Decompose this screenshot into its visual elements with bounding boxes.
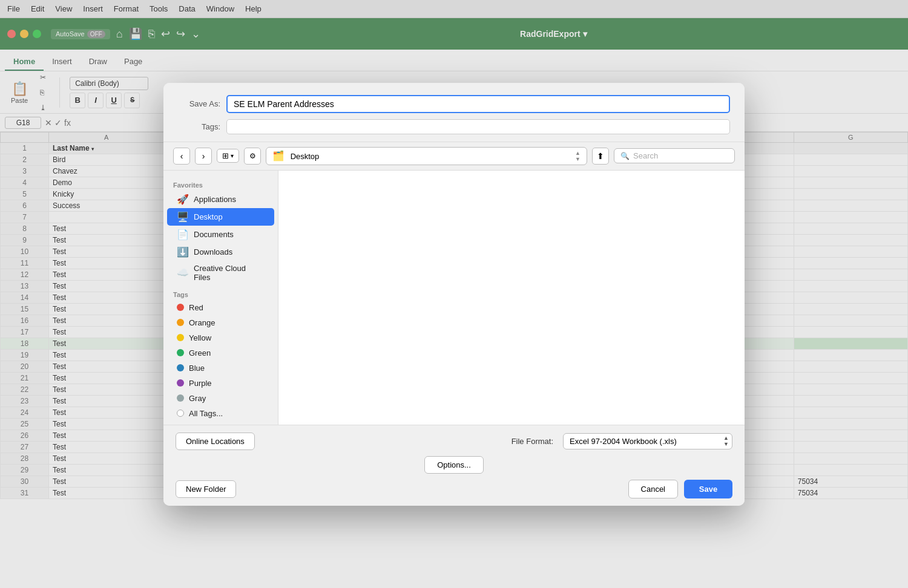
orange-tag-dot [177,319,184,326]
search-placeholder: Search [633,151,658,160]
gray-tag-dot [177,394,184,402]
dialog-main[interactable] [278,171,745,425]
footer-row2: Options... [176,456,732,474]
footer-row1: Online Locations File Format: Excel Work… [176,433,732,450]
tags-input[interactable] [226,119,730,134]
sidebar-item-label-desktop: Desktop [194,212,223,221]
sidebar-item-creative-cloud[interactable]: ☁️ Creative Cloud Files [167,261,274,285]
forward-button[interactable]: › [195,148,212,165]
sidebar-item-label-red: Red [189,303,203,312]
save-button[interactable]: Save [684,480,732,498]
file-format-label: File Format: [512,437,553,446]
new-folder-button[interactable]: New Folder [176,480,236,498]
sidebar-item-label-all-tags: All Tags... [189,409,223,418]
location-dropdown[interactable]: 🗂️ Desktop ▲ ▼ [266,147,587,165]
sidebar-item-green[interactable]: Green [167,345,274,361]
tags-label: Tags: [178,122,220,131]
location-chevrons-icon: ▲ ▼ [575,150,581,162]
sidebar-item-blue[interactable]: Blue [167,361,274,376]
footer-row-bottom: New Folder Cancel Save [176,480,732,498]
sidebar-item-label-yellow: Yellow [189,333,211,342]
sidebar-item-applications[interactable]: 🚀 Applications [167,191,274,208]
folder-icon: 🗂️ [272,151,285,161]
view-chevron-icon: ▾ [231,152,234,159]
search-box[interactable]: 🔍 Search [614,148,735,163]
sidebar-item-yellow[interactable]: Yellow [167,330,274,345]
current-location: Desktop [291,152,320,161]
save-as-input[interactable] [226,95,730,113]
sidebar-item-purple[interactable]: Purple [167,376,274,391]
search-icon: 🔍 [620,152,630,160]
sidebar-item-label-blue: Blue [189,364,205,373]
dialog-footer: Online Locations File Format: Excel Work… [163,425,745,506]
sidebar-item-label-applications: Applications [194,195,236,204]
red-tag-dot [177,304,184,311]
save-as-label: Save As: [178,99,220,108]
dialog-header: Save As: Tags: [163,83,745,142]
creative-cloud-icon: ☁️ [177,267,189,278]
action-button[interactable]: ⚙ [244,148,261,165]
all-tags-dot [177,410,184,417]
tags-row: Tags: [178,119,730,134]
tags-section-label: Tags [163,285,278,300]
blue-tag-dot [177,364,184,371]
sidebar-item-label-orange: Orange [189,318,215,327]
sidebar-item-label-creative-cloud: Creative Cloud Files [194,264,265,282]
dialog-toolbar: ‹ › ⊞ ▾ ⚙ 🗂️ Desktop ▲ ▼ ⬆ 🔍 Search [163,142,745,171]
desktop-icon: 🖥️ [177,211,189,223]
sidebar-item-documents[interactable]: 📄 Documents [167,226,274,243]
documents-icon: 📄 [177,229,189,240]
online-locations-button[interactable]: Online Locations [176,433,255,450]
sidebar-item-label-purple: Purple [189,379,212,388]
save-as-row: Save As: [178,95,730,113]
back-button[interactable]: ‹ [173,148,190,165]
expand-button[interactable]: ⬆ [592,148,609,165]
view-icon: ⊞ [222,151,229,160]
sidebar-item-orange[interactable]: Orange [167,315,274,330]
file-format-select[interactable]: Excel Workbook (.xlsx)Excel 97-2004 Work… [563,433,732,449]
save-dialog: Save As: Tags: ‹ › ⊞ ▾ ⚙ 🗂️ Desktop [163,83,745,506]
purple-tag-dot [177,379,184,387]
view-button[interactable]: ⊞ ▾ [217,149,239,163]
options-button[interactable]: Options... [424,456,484,474]
sidebar-item-desktop[interactable]: 🖥️ Desktop [167,208,274,226]
applications-icon: 🚀 [177,194,189,205]
sidebar-item-downloads[interactable]: ⬇️ Downloads [167,243,274,261]
dialog-sidebar: Favorites 🚀 Applications 🖥️ Desktop 📄 Do… [163,171,278,425]
dialog-overlay: Save As: Tags: ‹ › ⊞ ▾ ⚙ 🗂️ Desktop [0,0,908,588]
sidebar-item-label-downloads: Downloads [194,247,232,256]
sidebar-item-label-gray: Gray [189,394,206,403]
dialog-body: Favorites 🚀 Applications 🖥️ Desktop 📄 Do… [163,171,745,425]
green-tag-dot [177,349,184,356]
sidebar-item-gray[interactable]: Gray [167,391,274,406]
downloads-icon: ⬇️ [177,246,189,258]
cancel-button[interactable]: Cancel [628,480,678,498]
yellow-tag-dot [177,334,184,341]
favorites-label: Favorites [163,178,278,191]
sidebar-item-all-tags[interactable]: All Tags... [167,406,274,421]
sidebar-item-label-documents: Documents [194,230,234,239]
sidebar-item-red[interactable]: Red [167,300,274,315]
file-format-wrapper: Excel Workbook (.xlsx)Excel 97-2004 Work… [563,433,732,449]
sidebar-item-label-green: Green [189,348,211,358]
